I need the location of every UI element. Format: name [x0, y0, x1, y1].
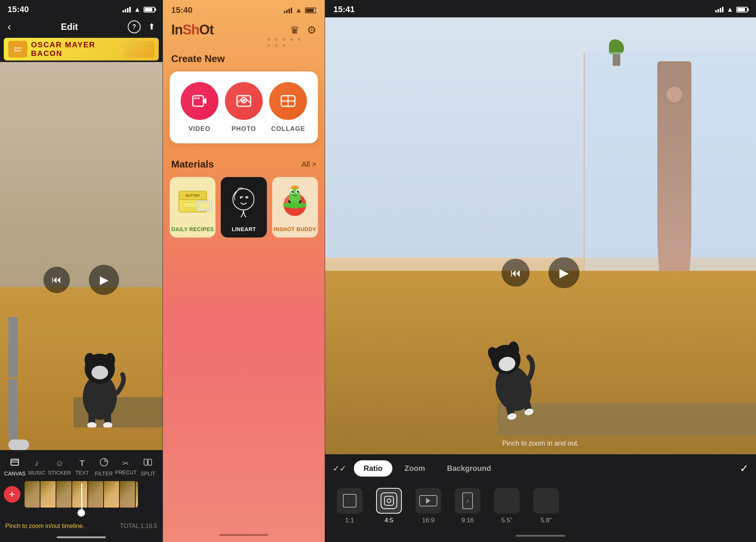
- tool-split[interactable]: SPLIT: [138, 458, 158, 477]
- tab-background[interactable]: Background: [437, 460, 501, 477]
- ratio-9-16-label: 9:16: [461, 517, 474, 524]
- video-preview-p1: ⏮ ▶: [0, 62, 163, 450]
- wifi-icon-p2: ▲: [295, 6, 302, 14]
- ratio-5-5-box: [494, 488, 520, 514]
- ratio-9-16-box: ♪: [455, 488, 480, 514]
- music-label: MUSIC: [28, 470, 45, 476]
- settings-button[interactable]: ⚙: [307, 24, 316, 36]
- recipes-label: DAILY RECIPES: [172, 226, 214, 232]
- buddy-icon: [272, 181, 318, 222]
- tab-ratio[interactable]: Ratio: [354, 460, 392, 477]
- tool-precut[interactable]: ✂ PRECUT: [115, 459, 137, 475]
- ratio-options: 1:1 4:5 16:9: [325, 483, 756, 532]
- ratio-16-9-box: [415, 488, 441, 514]
- tool-sticker[interactable]: ☺ STICKER: [48, 458, 71, 476]
- home-indicator-p3: [516, 535, 565, 537]
- signal-icon-p2: [284, 8, 292, 13]
- create-new-section: Create New VIDEO PHOTO COLLAGE: [170, 53, 318, 143]
- ratio-5-8[interactable]: 5.8": [529, 488, 563, 524]
- play-controls-p3: ⏮ ▶: [502, 257, 579, 288]
- confirm-button[interactable]: ✓: [740, 462, 748, 475]
- split-icon: [143, 458, 152, 469]
- materials-title: Materials: [171, 158, 214, 170]
- filter-label: FILTER: [95, 471, 113, 477]
- wall: [0, 62, 163, 295]
- play-button-p3[interactable]: ▶: [548, 257, 579, 288]
- inshot-home-panel: 15:40 ▲ InShOt ♛ ⚙: [163, 0, 325, 542]
- tool-canvas[interactable]: CANVAS: [4, 458, 26, 477]
- svg-point-35: [297, 191, 299, 193]
- ratio-5-5[interactable]: 5.5": [490, 488, 524, 524]
- wifi-icon-p3: ▲: [727, 6, 733, 14]
- nav-actions: ? ⬆: [128, 20, 155, 33]
- material-lineart[interactable]: LINEART: [221, 177, 266, 238]
- material-recipes[interactable]: BUTTER DAILY RECIPES: [170, 177, 215, 238]
- total-time: TOTAL 1:16.5: [120, 523, 157, 530]
- ratio-9-16[interactable]: ♪ 9:16: [451, 488, 485, 524]
- human-legs: [8, 317, 31, 450]
- tool-music[interactable]: ♪ MUSIC: [26, 458, 47, 476]
- video-label: VIDEO: [189, 125, 211, 133]
- tab-group: Ratio Zoom Background: [354, 460, 732, 477]
- ratio-16-9[interactable]: 16:9: [411, 488, 445, 524]
- scrubber-dot: [77, 509, 85, 517]
- bottom-bar-p1: CANVAS ♪ MUSIC ☺ STICKER T TEXT FILTER: [0, 452, 163, 533]
- rewind-button-p1[interactable]: ⏮: [43, 267, 70, 293]
- ad-product-image: [124, 41, 154, 57]
- window-area-p3: [584, 52, 756, 271]
- svg-rect-13: [144, 459, 147, 465]
- lineart-label: LINEART: [232, 226, 256, 232]
- back-check-button[interactable]: ✓✓: [333, 464, 346, 474]
- play-button-p1[interactable]: ▶: [89, 265, 119, 295]
- time-p3: 15:41: [333, 5, 355, 14]
- controls-bar-p3: ✓✓ Ratio Zoom Background ✓: [325, 454, 756, 483]
- tool-filter[interactable]: FILTER: [93, 458, 114, 477]
- signal-icon-p3: [715, 7, 723, 12]
- material-buddy[interactable]: INSHOT BUDDY: [272, 177, 318, 238]
- canvas-icon: [10, 458, 19, 469]
- share-button[interactable]: ⬆: [148, 22, 155, 32]
- text-icon: T: [80, 458, 85, 468]
- collage-label: COLLAGE: [271, 125, 305, 133]
- rewind-button-p3[interactable]: ⏮: [502, 259, 530, 287]
- create-photo-item[interactable]: PHOTO: [225, 82, 263, 133]
- back-button[interactable]: ‹: [8, 21, 11, 33]
- timeline-thumb: [88, 481, 103, 508]
- home-indicator-p1: [57, 536, 106, 538]
- battery-icon-p3: [736, 7, 748, 12]
- tool-text[interactable]: T TEXT: [72, 458, 93, 476]
- precut-icon: ✂: [122, 459, 129, 468]
- zoom-hint: Pinch to zoom in and out.: [325, 440, 756, 447]
- status-bar-p2: 15:40 ▲: [163, 0, 325, 18]
- signal-icon: [122, 7, 131, 12]
- precut-label: PRECUT: [115, 469, 137, 475]
- timeline-playhead: [81, 483, 82, 510]
- timeline-area: +: [0, 479, 163, 520]
- header-icons: ♛ ⚙: [290, 24, 316, 36]
- svg-point-37: [298, 191, 299, 192]
- tab-zoom[interactable]: Zoom: [395, 460, 435, 477]
- help-button[interactable]: ?: [128, 20, 141, 33]
- collage-circle: [269, 82, 307, 120]
- ratio-1-1-label: 1:1: [345, 517, 354, 524]
- sticker-icon: ☺: [55, 458, 64, 468]
- page-title-p1: Edit: [61, 22, 78, 32]
- buddy-label: INSHOT BUDDY: [274, 226, 316, 232]
- svg-point-26: [246, 197, 248, 199]
- canvas-label: CANVAS: [4, 471, 26, 477]
- ratio-1-1[interactable]: 1:1: [333, 488, 367, 524]
- decoration: [267, 38, 302, 47]
- lineart-icon: [221, 181, 266, 222]
- all-materials-link[interactable]: All >: [302, 160, 316, 169]
- materials-grid: BUTTER DAILY RECIPES: [170, 177, 318, 238]
- ad-banner[interactable]: Oscar Mayer OSCAR MAYER BACON: [4, 38, 159, 61]
- crown-button[interactable]: ♛: [290, 24, 299, 36]
- create-video-item[interactable]: VIDEO: [181, 82, 218, 133]
- ratio-4-5[interactable]: 4:5: [372, 488, 406, 524]
- add-media-button[interactable]: +: [4, 486, 20, 503]
- svg-rect-14: [148, 459, 152, 465]
- photo-label: PHOTO: [231, 125, 256, 133]
- svg-point-34: [291, 191, 294, 193]
- split-label: SPLIT: [141, 471, 155, 477]
- create-collage-item[interactable]: COLLAGE: [269, 82, 307, 133]
